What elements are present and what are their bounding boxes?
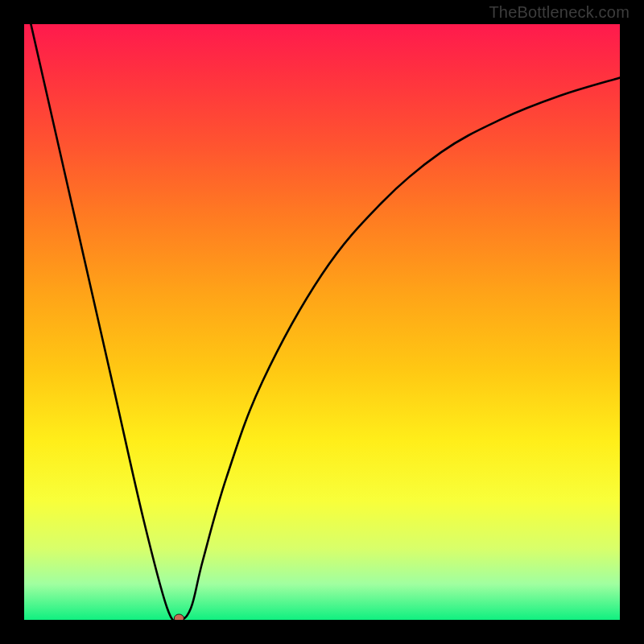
bottleneck-curve [24, 24, 620, 620]
chart-svg [24, 24, 620, 620]
optimum-marker [174, 614, 184, 620]
chart-area [24, 24, 620, 620]
attribution-text: TheBottleneck.com [489, 3, 630, 22]
